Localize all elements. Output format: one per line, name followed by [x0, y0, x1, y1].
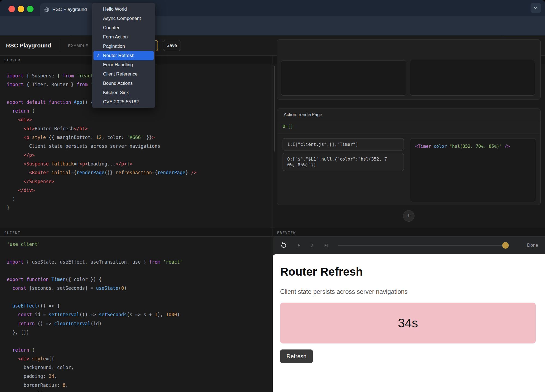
- code-token: (s => s +: [127, 312, 155, 317]
- example-dropdown-menu: Hello WorldAsync ComponentCounterForm Ac…: [92, 3, 155, 108]
- menu-item-client-reference[interactable]: Client Reference: [93, 70, 154, 79]
- client-code-editor[interactable]: 'use client'import { useState, useEffect…: [0, 237, 272, 392]
- code-token: from: [149, 259, 160, 265]
- code-token: ),: [158, 312, 166, 317]
- code-token: ): [177, 312, 180, 317]
- code-line: return (: [0, 107, 272, 115]
- timer-box: 34s: [280, 303, 536, 343]
- menu-item-form-action[interactable]: Form Action: [93, 32, 154, 42]
- code-token: renderPage: [77, 170, 104, 175]
- code-token: { useState, useEffect, useTransition, us…: [23, 259, 149, 265]
- timeline-slider-thumb[interactable]: [502, 242, 509, 249]
- menu-item-router-refresh[interactable]: ✓Router Refresh: [93, 51, 154, 60]
- menu-item-bound-actions[interactable]: Bound Actions: [93, 79, 154, 88]
- flight-jsx-preview: <Timer color="hsl(352, 70%, 85%)" />: [410, 138, 536, 202]
- code-token: [7, 303, 12, 309]
- menu-item-kitchen-sink[interactable]: Kitchen Sink: [93, 88, 154, 97]
- code-token: 'use client': [7, 242, 40, 247]
- code-token: [71, 99, 74, 105]
- code-token: { Timer, Router }: [23, 82, 76, 87]
- code-token: [7, 179, 23, 184]
- menu-item-label: Client Reference: [103, 71, 138, 77]
- code-token: fallback: [52, 161, 74, 167]
- code-token: </div>: [18, 188, 35, 193]
- client-panel-label: CLIENT: [4, 231, 20, 235]
- code-token: export: [7, 99, 23, 105]
- tab-search-button[interactable]: [531, 3, 541, 13]
- action-title: Action: renderPage: [284, 112, 322, 117]
- code-token: [7, 170, 29, 175]
- code-token: return: [12, 108, 29, 114]
- code-token: (: [29, 108, 35, 114]
- skip-to-end-icon[interactable]: [323, 242, 329, 248]
- code-token: const: [12, 285, 26, 291]
- code-token: ,: [65, 382, 68, 388]
- code-token: <p: [23, 135, 29, 140]
- code-token: (() =>: [79, 312, 99, 317]
- code-token: [7, 347, 12, 353]
- code-token: 1000: [166, 312, 177, 317]
- code-token: >: [152, 135, 155, 140]
- code-line: </div>: [0, 186, 272, 195]
- tab-title: RSC Playground: [52, 7, 87, 12]
- zoom-window-button[interactable]: [27, 6, 34, 12]
- code-token: [7, 285, 12, 291]
- code-token: [23, 277, 26, 282]
- menu-item-error-handling[interactable]: Error Handling: [93, 60, 154, 70]
- code-token: (: [29, 347, 35, 353]
- code-token: borderRadius:: [7, 382, 63, 388]
- code-token: ={{: [46, 356, 54, 361]
- code-token: }: [185, 170, 191, 175]
- browser-tab[interactable]: RSC Playground: [40, 3, 94, 16]
- menu-item-async-component[interactable]: Async Component: [93, 14, 154, 23]
- save-button[interactable]: Save: [163, 40, 180, 51]
- code-line: }: [0, 203, 272, 212]
- code-token: ={: [71, 170, 76, 175]
- code-line: Client state persists across server navi…: [0, 142, 272, 150]
- preview-panel-header: PREVIEW: [273, 228, 545, 237]
- code-line: ): [0, 195, 272, 203]
- code-line: borderRadius: 8,: [0, 381, 272, 390]
- code-token: Timer: [52, 277, 65, 282]
- timeline-slider[interactable]: [338, 245, 507, 246]
- browser-window: RSC Playground rsc- ?s=refresh: [0, 0, 545, 392]
- code-token: , color:: [102, 135, 127, 140]
- code-token: [49, 277, 52, 282]
- code-token: [49, 170, 52, 175]
- code-token: [7, 108, 12, 114]
- menu-item-cve-2025-55182[interactable]: CVE-2025-55182: [93, 97, 154, 107]
- minimize-window-button[interactable]: [18, 6, 24, 12]
- menu-item-hello-world[interactable]: Hello World: [93, 5, 154, 14]
- code-line: </Suspense>: [0, 177, 272, 186]
- code-token: setSeconds: [99, 312, 127, 317]
- flight-action-card: Action: renderPage 0=[] 1:I["client.js",…: [277, 108, 541, 205]
- code-token: ): [7, 196, 15, 202]
- add-action-button[interactable]: +: [403, 210, 414, 222]
- menu-item-pagination[interactable]: Pagination: [93, 42, 154, 51]
- code-line: return (: [0, 346, 272, 354]
- preview-panel-label: PREVIEW: [277, 231, 296, 235]
- action-card-divider: [277, 134, 540, 134]
- code-token: }: [127, 161, 129, 167]
- flight-scrollbar[interactable]: [274, 66, 275, 152]
- replay-icon[interactable]: [280, 242, 287, 249]
- code-line: textAlign: 'center',: [0, 390, 272, 392]
- menu-item-label: Bound Actions: [103, 81, 133, 86]
- menu-item-counter[interactable]: Counter: [93, 23, 154, 32]
- header-divider: [61, 40, 61, 51]
- menu-item-label: CVE-2025-55182: [103, 99, 139, 104]
- timeline-status: Done: [527, 243, 538, 248]
- code-token: [7, 356, 18, 361]
- code-token: </p>: [116, 161, 127, 167]
- code-token: { Suspense }: [23, 73, 62, 79]
- code-token: () =>: [35, 321, 54, 326]
- code-token: </h1>: [74, 126, 88, 131]
- close-window-button[interactable]: [8, 6, 15, 12]
- refresh-button[interactable]: Refresh: [280, 349, 313, 363]
- code-line: <Suspense fallback={<p>Loading...</p>}>: [0, 159, 272, 168]
- play-icon[interactable]: [296, 242, 302, 248]
- code-token: Loading...: [88, 161, 116, 167]
- step-forward-icon[interactable]: [309, 242, 315, 248]
- code-token: <Router: [29, 170, 49, 175]
- code-token: }: [7, 205, 10, 210]
